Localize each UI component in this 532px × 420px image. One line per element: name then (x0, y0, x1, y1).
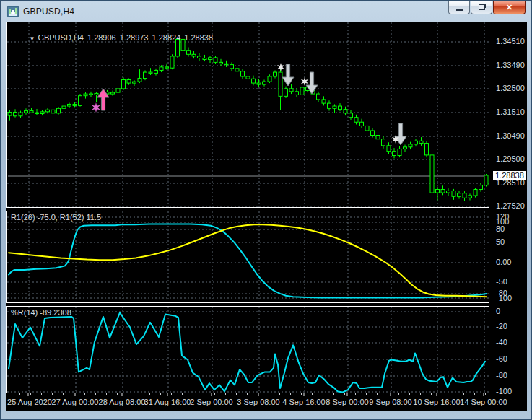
price-axis-label: 1.32500 (496, 84, 525, 92)
ohlc-header: ▼GBPUSD,H41.289061.289731.288241.28838 (12, 25, 217, 51)
price-axis-label: 1.27520 (496, 201, 525, 210)
main-price-panel[interactable]: ▼GBPUSD,H41.289061.289731.288241.28838 (6, 22, 489, 208)
indicator1-scale-label: 80 (496, 224, 505, 233)
down-arrow-marker (282, 64, 294, 86)
high-value: 1.28973 (120, 33, 149, 42)
bid-price-label: 1.28838 (493, 171, 526, 180)
time-axis[interactable]: 25 Aug 202027 Aug 00:0028 Aug 08:0031 Au… (6, 393, 527, 411)
close-icon: ✕ (506, 3, 513, 12)
r1-indicator-panel[interactable]: R1(26) -75.0, R1(52) 11.5 (6, 211, 489, 303)
price-axis-label: 1.29500 (496, 154, 525, 163)
price-axis-label: 1.30490 (496, 131, 525, 140)
chart-window-icon (7, 6, 19, 17)
grid (7, 307, 489, 393)
down-arrow-marker (395, 123, 406, 145)
time-axis-label: 14 Sep 00:00 (449, 398, 518, 406)
annotation-arrows (92, 63, 406, 145)
star-marker (301, 77, 308, 86)
open-value: 1.28906 (87, 33, 116, 42)
indicator2-scale-label: -60 (496, 354, 507, 363)
low-value: 1.28824 (152, 33, 180, 42)
wpr-indicator-chart[interactable] (7, 307, 489, 393)
restore-icon (479, 4, 485, 10)
price-axis-label: 1.33490 (496, 61, 525, 69)
indicator1-scale-label: -50 (496, 277, 507, 286)
-r-14--line (9, 312, 485, 392)
indicator1-scale-label: -100 (496, 294, 512, 302)
price-axis-label: 1.31510 (496, 108, 525, 116)
title-bar[interactable]: GBPUSD,H4 ✕ (1, 1, 531, 22)
minimize-button[interactable] (448, 1, 470, 14)
symbol-timeframe-label: GBPUSD,H4 (38, 33, 84, 42)
indicator2-scale-label: -40 (496, 338, 507, 346)
price-axis[interactable]: 1.345101.334901.325001.315101.304901.295… (489, 22, 527, 411)
close-button[interactable]: ✕ (493, 1, 526, 14)
indicator2-scale-label: -20 (496, 322, 507, 331)
r1-indicator-chart[interactable] (7, 211, 489, 302)
star-marker (92, 102, 100, 113)
minimize-icon (456, 9, 463, 11)
indicator2-scale-label: 0 (496, 307, 500, 315)
mt4-chart-window: GBPUSD,H4 ✕ ▼GBPUSD,H41.289061.289731.28… (0, 0, 532, 420)
window-title: GBPUSD,H4 (23, 6, 74, 17)
restore-button[interactable] (471, 1, 492, 14)
indicator1-scale-label: 50 (496, 237, 505, 246)
indicator2-scale-label: -80 (496, 371, 507, 380)
wpr-indicator-panel[interactable]: %R(14) -89.2308 (6, 306, 489, 393)
indicator1-scale-label: 0.00 (496, 258, 511, 266)
chart-client-area: ▼GBPUSD,H41.289061.289731.288241.28838 R… (6, 22, 527, 411)
price-axis-label: 1.34510 (496, 37, 525, 45)
wpr-indicator-label: %R(14) -89.2308 (11, 308, 71, 317)
star-marker (277, 63, 284, 71)
close-value: 1.28838 (184, 33, 213, 42)
chevron-down-icon: ▼ (29, 35, 35, 42)
r1-indicator-label: R1(26) -75.0, R1(52) 11.5 (11, 213, 101, 222)
